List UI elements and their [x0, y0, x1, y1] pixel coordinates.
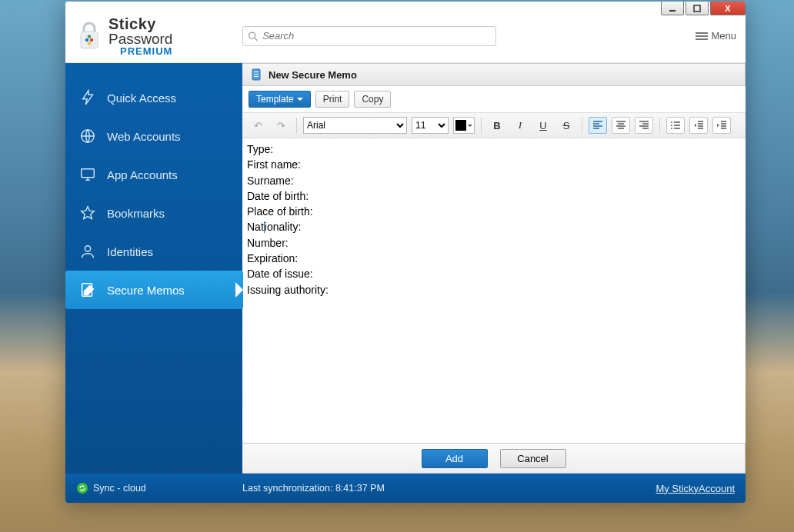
svg-point-7 — [249, 32, 255, 38]
action-bar: Add Cancel — [242, 443, 746, 474]
memo-line: Date of issue: — [247, 266, 741, 281]
note-edit-icon — [79, 281, 96, 298]
star-icon — [79, 204, 96, 221]
strikethrough-button[interactable]: S — [557, 117, 575, 134]
sidebar-item-secure-memos[interactable]: Secure Memos — [65, 271, 243, 309]
topbar: Sticky Password PREMIUM Menu — [65, 9, 746, 63]
format-toolbar: ↶ ↷ Arial 11 B I U S — [242, 113, 746, 138]
sync-status[interactable]: Sync - cloud — [76, 482, 242, 494]
separator — [582, 118, 582, 133]
svg-rect-10 — [82, 169, 95, 178]
svg-point-20 — [77, 483, 88, 494]
svg-rect-1 — [694, 5, 700, 12]
template-button[interactable]: Template — [249, 91, 311, 108]
app-body: Quick Access Web Accounts App Accounts B… — [65, 63, 746, 474]
font-color-picker[interactable] — [453, 117, 475, 134]
monitor-icon — [79, 166, 96, 183]
memo-line: Surname: — [247, 173, 741, 188]
bold-button[interactable]: B — [488, 117, 506, 134]
font-family-select[interactable]: Arial — [303, 117, 407, 134]
add-button[interactable]: Add — [422, 449, 488, 468]
sidebar-item-quick-access[interactable]: Quick Access — [65, 78, 242, 117]
app-window: X Sticky Password PREMIUM — [65, 2, 746, 503]
titlebar: X — [65, 2, 746, 9]
separator — [481, 118, 482, 133]
svg-point-19 — [671, 128, 672, 129]
pane-title: New Secure Memo — [269, 69, 357, 81]
svg-rect-2 — [81, 32, 98, 48]
svg-point-3 — [85, 38, 88, 41]
color-swatch — [455, 120, 466, 131]
minimize-button[interactable] — [661, 2, 684, 15]
sidebar-item-label: Web Accounts — [107, 130, 181, 143]
italic-button[interactable]: I — [511, 117, 529, 134]
svg-rect-16 — [254, 76, 259, 77]
hamburger-icon — [696, 32, 708, 40]
align-right-button[interactable] — [635, 117, 653, 134]
memo-line: Issuing authority: — [247, 282, 741, 298]
search-container[interactable] — [242, 26, 496, 46]
svg-point-6 — [88, 42, 91, 45]
last-sync-label: Last synchronization: 8:41:37 PM — [242, 483, 385, 494]
maximize-button[interactable] — [686, 2, 709, 15]
svg-point-17 — [671, 121, 672, 123]
memo-editor[interactable]: Type:First name:Surname:Date of birth:Pl… — [242, 138, 746, 443]
outdent-button[interactable] — [689, 117, 708, 134]
app-logo: Sticky Password PREMIUM — [65, 16, 242, 56]
main-pane: New Secure Memo Template Print Copy ↶ ↷ … — [242, 63, 746, 474]
font-size-select[interactable]: 11 — [412, 117, 449, 134]
close-button[interactable]: X — [710, 2, 746, 15]
my-account-link[interactable]: My StickyAccount — [656, 483, 735, 494]
search-input[interactable] — [262, 30, 491, 42]
svg-point-4 — [90, 38, 93, 41]
sidebar-item-bookmarks[interactable]: Bookmarks — [65, 194, 242, 232]
bullet-list-button[interactable] — [666, 117, 685, 134]
sidebar-item-label: App Accounts — [107, 168, 178, 181]
align-center-button[interactable] — [612, 117, 630, 134]
menu-button[interactable]: Menu — [696, 30, 736, 42]
redo-button[interactable]: ↷ — [272, 117, 290, 134]
sidebar-item-label: Quick Access — [107, 91, 176, 105]
separator — [659, 118, 660, 133]
pane-header: New Secure Memo — [242, 63, 746, 86]
brand-edition: PREMIUM — [108, 46, 172, 56]
memo-line: Expiration: — [247, 251, 741, 266]
caret-down-icon — [468, 125, 472, 129]
statusbar: Sync - cloud Last synchronization: 8:41:… — [65, 474, 746, 503]
memo-toolbar: Template Print Copy — [242, 86, 746, 113]
lock-icon — [76, 21, 102, 52]
search-icon — [248, 31, 258, 42]
brand-line2: Password — [108, 32, 172, 46]
separator — [296, 118, 297, 133]
document-icon — [250, 68, 262, 81]
sidebar-item-label: Secure Memos — [107, 284, 185, 297]
align-left-button[interactable] — [589, 117, 607, 134]
sidebar-item-web-accounts[interactable]: Web Accounts — [65, 117, 242, 155]
print-button[interactable]: Print — [315, 91, 350, 108]
menu-label: Menu — [711, 30, 736, 42]
svg-point-5 — [88, 35, 91, 38]
sidebar-item-app-accounts[interactable]: App Accounts — [65, 155, 242, 194]
sidebar-item-identities[interactable]: Identities — [65, 232, 242, 271]
person-icon — [79, 243, 96, 260]
sidebar-item-label: Bookmarks — [107, 207, 165, 220]
memo-line: First name: — [247, 157, 741, 172]
memo-line: Number: — [247, 235, 741, 251]
memo-line: Nationality: — [247, 219, 741, 234]
underline-button[interactable]: U — [534, 117, 552, 134]
memo-line: Date of birth: — [247, 188, 741, 204]
svg-rect-15 — [254, 74, 259, 75]
sidebar-item-label: Identities — [107, 245, 153, 258]
memo-line: Type: — [247, 141, 741, 157]
sync-label: Sync - cloud — [93, 483, 146, 494]
svg-rect-14 — [254, 71, 259, 72]
bolt-icon — [79, 89, 96, 106]
memo-line: Place of birth: — [247, 204, 741, 219]
sidebar: Quick Access Web Accounts App Accounts B… — [65, 63, 242, 474]
svg-point-18 — [671, 125, 672, 126]
undo-button[interactable]: ↶ — [249, 117, 267, 134]
svg-point-11 — [85, 246, 90, 251]
copy-button[interactable]: Copy — [354, 91, 391, 108]
cancel-button[interactable]: Cancel — [500, 449, 566, 468]
indent-button[interactable] — [712, 117, 731, 134]
